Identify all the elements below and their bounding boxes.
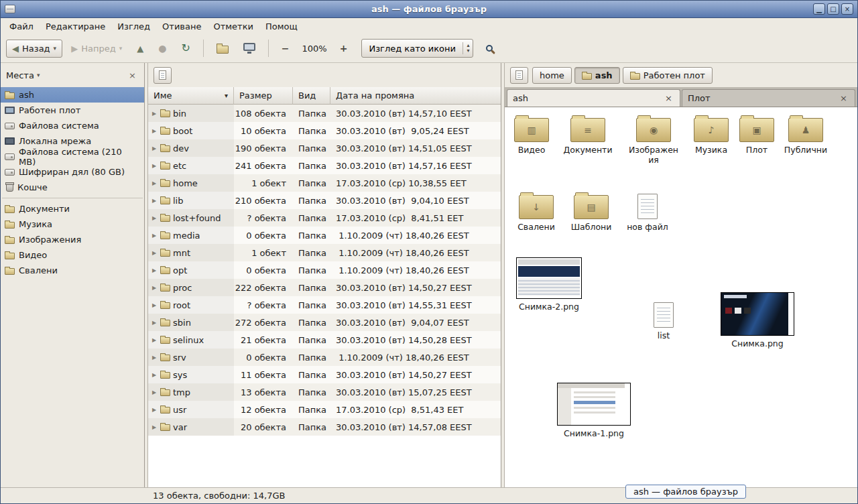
sidebar-item-music[interactable]: Музика xyxy=(1,216,144,232)
table-row[interactable]: ▶ var 20 обекта Папка 30.03.2010 (вт) 14… xyxy=(148,418,501,436)
back-dropdown-icon[interactable]: ▾ xyxy=(54,45,57,52)
expander-icon[interactable]: ▶ xyxy=(151,337,158,343)
icon-view-item-new-file[interactable]: нов файл xyxy=(621,194,674,232)
forward-button[interactable]: ▶ Напред ▾ xyxy=(65,40,128,58)
location-toggle-button[interactable] xyxy=(510,67,528,84)
table-row[interactable]: ▶ usr 12 обекта Папка 17.03.2010 (ср) 8,… xyxy=(148,401,501,418)
menu-help[interactable]: Помощ xyxy=(259,19,304,34)
spinner-icon[interactable]: ▴ ▾ xyxy=(463,42,473,54)
tab-close-icon[interactable]: × xyxy=(663,93,674,103)
expander-icon[interactable]: ▶ xyxy=(151,198,158,204)
table-row[interactable]: ▶ opt 0 обекта Папка 1.10.2009 (чт) 18,4… xyxy=(148,261,501,279)
minimize-button[interactable]: ▁ xyxy=(813,3,825,15)
expander-icon[interactable]: ▶ xyxy=(151,389,158,395)
expander-icon[interactable]: ▶ xyxy=(151,302,158,308)
menu-bookmarks[interactable]: Отметки xyxy=(207,19,259,34)
table-row[interactable]: ▶ lost+found ? обекта Папка 17.03.2010 (… xyxy=(148,209,501,227)
sidebar-close-icon[interactable]: × xyxy=(126,70,139,80)
back-button[interactable]: ◀ Назад ▾ xyxy=(6,40,62,58)
menu-edit[interactable]: Редактиране xyxy=(40,19,111,34)
table-row[interactable]: ▶ boot 10 обекта Папка 30.03.2010 (вт) 9… xyxy=(148,122,501,139)
expander-icon[interactable]: ▶ xyxy=(151,180,158,186)
maximize-button[interactable]: □ xyxy=(827,3,839,15)
reload-button[interactable]: ↻ xyxy=(175,39,196,58)
tab-close-icon[interactable]: × xyxy=(838,93,849,103)
sidebar-title[interactable]: Места xyxy=(6,70,34,80)
sidebar-item-video[interactable]: Видео xyxy=(1,247,144,263)
home-button[interactable] xyxy=(210,40,235,58)
icon-view-item-list[interactable]: list xyxy=(637,302,690,340)
zoom-out-button[interactable]: − xyxy=(275,40,296,57)
expander-icon[interactable]: ▶ xyxy=(151,233,158,239)
breadcrumb-home[interactable]: home xyxy=(532,67,572,84)
expander-icon[interactable]: ▶ xyxy=(151,111,158,117)
table-row[interactable]: ▶ sbin 272 обекта Папка 30.03.2010 (вт) … xyxy=(148,314,501,331)
location-toggle-button[interactable] xyxy=(154,67,172,84)
table-row[interactable]: ▶ mnt 1 обект Папка 1.10.2009 (чт) 18,40… xyxy=(148,244,501,261)
icon-view-item-downloads[interactable]: ↓ Свалени xyxy=(509,195,563,232)
icon-view-item-snimka[interactable]: Снимка.png xyxy=(721,292,794,349)
expander-icon[interactable]: ▶ xyxy=(151,372,158,378)
column-header-name[interactable]: Име ▾ xyxy=(148,87,234,105)
table-row[interactable]: ▶ root ? обекта Папка 30.03.2010 (вт) 14… xyxy=(148,296,501,314)
table-row[interactable]: ▶ srv 0 обекта Папка 1.10.2009 (чт) 18,4… xyxy=(148,349,501,366)
icon-view-item-snimka2[interactable]: Снимка-2.png xyxy=(512,257,586,312)
table-row[interactable]: ▶ lib 210 обекта Папка 30.03.2010 (вт) 9… xyxy=(148,192,501,209)
icon-view-item-snimka1[interactable]: Снимка-1.png xyxy=(557,383,631,438)
icon-view-item-public[interactable]: ♟ Публични xyxy=(779,118,833,155)
icon-view-item-templates[interactable]: ▤ Шаблони xyxy=(564,195,618,232)
icon-view[interactable]: ▥ Видео ≡ Документи ◉ Изображения xyxy=(505,107,857,487)
titlebar[interactable]: ash — файлов браузър ▁ □ × xyxy=(1,1,857,18)
expander-icon[interactable]: ▶ xyxy=(151,424,158,430)
table-row[interactable]: ▶ sys 11 обекта Папка 30.03.2010 (вт) 14… xyxy=(148,366,501,383)
icon-view-item-pictures[interactable]: ◉ Изображения xyxy=(627,118,680,165)
expander-icon[interactable]: ▶ xyxy=(151,267,158,273)
sidebar-item-filesystem[interactable]: Файлова система xyxy=(1,118,144,133)
tab-desktop[interactable]: Плот × xyxy=(682,89,855,107)
table-row[interactable]: ▶ tmp 13 обекта Папка 30.03.2010 (вт) 15… xyxy=(148,383,501,401)
icon-view-item-documents[interactable]: ≡ Документи xyxy=(561,118,615,155)
column-header-date[interactable]: Дата на промяна xyxy=(330,87,501,105)
table-row[interactable]: ▶ home 1 обект Папка 17.03.2010 (ср) 10,… xyxy=(148,174,501,192)
sidebar-dropdown-icon[interactable]: ▾ xyxy=(37,72,40,78)
menu-file[interactable]: Файл xyxy=(3,19,40,34)
column-header-size[interactable]: Размер xyxy=(234,87,293,105)
zoom-in-button[interactable]: + xyxy=(334,40,354,57)
sidebar-item-documents[interactable]: Документи xyxy=(1,201,144,216)
breadcrumb-ash[interactable]: ash xyxy=(574,67,620,84)
expander-icon[interactable]: ▶ xyxy=(151,285,158,291)
computer-button[interactable] xyxy=(237,39,261,58)
expander-icon[interactable]: ▶ xyxy=(151,407,158,413)
sidebar-item-encrypted[interactable]: Шифриран дял (80 GB) xyxy=(1,164,144,180)
view-mode-select[interactable]: Изглед като икони ▴ ▾ xyxy=(361,39,473,58)
table-row[interactable]: ▶ proc 222 обекта Папка 30.03.2010 (вт) … xyxy=(148,279,501,296)
table-row[interactable]: ▶ bin 108 обекта Папка 30.03.2010 (вт) 1… xyxy=(148,105,501,122)
expander-icon[interactable]: ▶ xyxy=(151,355,158,361)
icon-view-item-desktop[interactable]: ▣ Плот xyxy=(730,118,784,155)
tab-ash[interactable]: ash × xyxy=(507,89,680,107)
expander-icon[interactable]: ▶ xyxy=(151,163,158,169)
sidebar-item-filesystem-210mb[interactable]: Файлова система (210 MB) xyxy=(1,149,144,164)
up-button[interactable]: ▲ xyxy=(131,40,149,58)
expander-icon[interactable]: ▶ xyxy=(151,128,158,134)
expander-icon[interactable]: ▶ xyxy=(151,250,158,256)
close-button[interactable]: × xyxy=(841,3,853,15)
table-row[interactable]: ▶ selinux 21 обекта Папка 30.03.2010 (вт… xyxy=(148,331,501,349)
table-row[interactable]: ▶ etc 241 обекта Папка 30.03.2010 (вт) 1… xyxy=(148,157,501,174)
breadcrumb-desktop[interactable]: Работен плот xyxy=(623,67,713,84)
sidebar-item-ash[interactable]: ash xyxy=(1,87,144,103)
expander-icon[interactable]: ▶ xyxy=(151,320,158,326)
menu-view[interactable]: Изглед xyxy=(111,19,156,34)
expander-icon[interactable]: ▶ xyxy=(151,145,158,151)
expander-icon[interactable]: ▶ xyxy=(151,215,158,221)
search-button[interactable] xyxy=(481,40,497,56)
table-row[interactable]: ▶ media 0 обекта Папка 1.10.2009 (чт) 18… xyxy=(148,227,501,244)
stop-button[interactable]: ● xyxy=(152,39,172,58)
sidebar-item-desktop[interactable]: Работен плот xyxy=(1,103,144,118)
column-header-type[interactable]: Вид xyxy=(293,87,330,105)
icon-view-item-video[interactable]: ▥ Видео xyxy=(505,118,558,155)
menu-go[interactable]: Отиване xyxy=(156,19,207,34)
sidebar-item-trash[interactable]: Кошче xyxy=(1,180,144,195)
sidebar-item-pictures[interactable]: Изображения xyxy=(1,232,144,247)
sidebar-item-downloads[interactable]: Свалени xyxy=(1,263,144,278)
